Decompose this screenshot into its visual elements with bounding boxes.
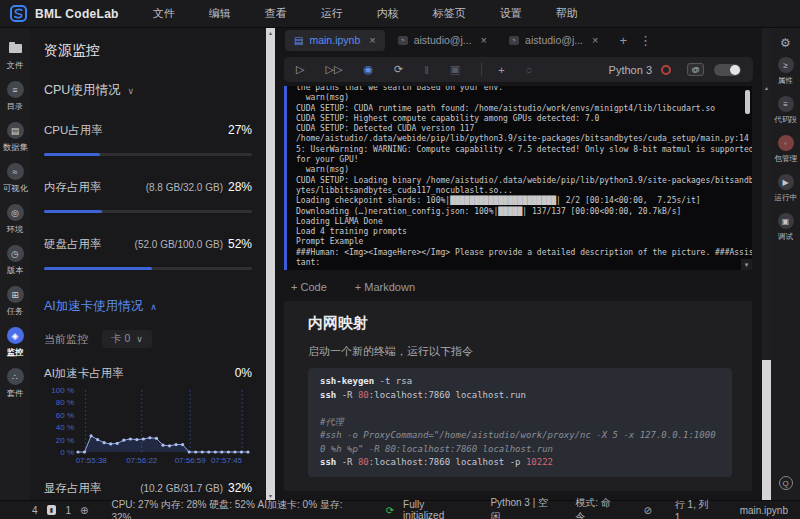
menu-item[interactable]: 运行 (321, 6, 343, 21)
metric-list: CPU占用率27%内存占用率(8.8 GB/32.0 GB)28%硬盘占用率(5… (44, 123, 252, 270)
sidebar-item-环境[interactable]: ◎环境 (6, 204, 24, 236)
code-line: #ssh -o ProxyCommand="/home/aistudio/wor… (320, 429, 720, 456)
new-tab-button[interactable]: + (619, 33, 627, 48)
close-icon[interactable]: × (369, 34, 375, 46)
editor-tab[interactable]: >aistudio@j...× (500, 30, 607, 51)
svg-text:07:56:59: 07:56:59 (175, 456, 207, 465)
sidebar-item-版本[interactable]: ◷版本 (6, 245, 24, 277)
console-output-cell[interactable]: the paths that we search based on your e… (284, 86, 752, 270)
sidebar-item-label: 版本 (7, 265, 24, 277)
toggle-switch[interactable] (714, 64, 741, 76)
notebook-area: ▤main.ipynb×>aistudio@j...×>aistudio@j..… (275, 28, 762, 500)
menu-item[interactable]: 查看 (265, 6, 287, 21)
kernel-status[interactable]: Python 3 | 空闲 (490, 496, 557, 519)
console-line: Load 4 training prompts (296, 227, 736, 237)
console-line: warn(msg) (296, 165, 736, 175)
progress-bar (44, 210, 252, 213)
metric-detail: (52.0 GB/100.0 GB) (135, 239, 223, 250)
kernel-count[interactable]: 1 (65, 505, 71, 516)
init-status: Fully initialized (403, 499, 467, 519)
menu-item[interactable]: 内核 (377, 6, 399, 21)
settings-gears-icon[interactable]: ⚙ (780, 36, 791, 50)
svg-text:07:57:45: 07:57:45 (211, 456, 243, 465)
svg-text:60 %: 60 % (56, 411, 74, 420)
save-icon[interactable]: ▣ (450, 63, 460, 76)
sidebar-item-label: 任务 (7, 306, 24, 318)
panel-title: 资源监控 (44, 42, 252, 60)
tab-menu-icon[interactable]: ⋮ (639, 33, 652, 48)
close-icon[interactable]: × (592, 34, 598, 46)
markdown-code-block: ssh-keygen -t rsassh -R 80:localhost:786… (308, 368, 732, 477)
notebook-icon: ▤ (294, 35, 303, 46)
sidebar-item-监控[interactable]: ◈监控 (6, 327, 24, 359)
cursor-position[interactable]: 行 1, 列 1 (675, 498, 717, 519)
console-scrollbar[interactable] (745, 90, 750, 114)
right-rail-item-label: 运行中 (774, 193, 797, 204)
at-badge-icon[interactable]: @ (687, 63, 704, 76)
help-search-icon[interactable]: Q (779, 476, 793, 490)
resource-usage-summary: CPU: 27% 内存: 28% 硬盘: 52% AI加速卡: 0% 显存: 3… (111, 498, 362, 519)
close-icon[interactable]: × (481, 34, 487, 46)
markdown-heading: 内网映射 (308, 314, 732, 333)
code-line: #代理 (320, 416, 720, 430)
add-code-button[interactable]: Code (291, 281, 327, 293)
run-all-icon[interactable]: ▷▷ (325, 63, 342, 76)
cpu-section-header[interactable]: CPU使用情况 ∨ (44, 82, 252, 99)
menu-item[interactable]: 标签页 (433, 6, 466, 21)
sidebar-item-可视化[interactable]: ≈可视化 (2, 163, 29, 195)
console-line: ###Human: <Img><ImageHere></Img> Please … (296, 248, 736, 258)
right-rail-item-label: 属性 (778, 76, 793, 87)
gpu-section-header[interactable]: AI加速卡使用情况 ∧ (44, 298, 252, 315)
console-line: Downloading (…)neration_config.json: 100… (296, 207, 736, 217)
left-activity-rail: 文件≡目录▤数据集≈可视化◎环境◷版本⊞任务◈监控∴套件 (0, 28, 30, 500)
sidebar-item-数据集[interactable]: ▤数据集 (2, 122, 29, 154)
sidebar-item-任务[interactable]: ⊞任务 (6, 286, 24, 318)
progress-bar (44, 267, 252, 270)
notebook-scrollbar[interactable]: ▴ (762, 28, 771, 500)
console-line: 5: UserWarning: WARNING: Compute capabil… (296, 145, 736, 155)
right-rail-item-调试[interactable]: ▣调试 (777, 213, 794, 243)
sidebar-item-文件[interactable]: 文件 (6, 40, 24, 72)
metric-value: 52% (228, 237, 252, 251)
add-markdown-button[interactable]: Markdown (355, 281, 415, 293)
interrupt-icon[interactable]: ‖ (424, 64, 429, 76)
scroll-up-icon[interactable]: ▴ (762, 84, 771, 91)
right-rail-item-属性[interactable]: ≥属性 (777, 57, 794, 87)
terminal-count[interactable]: 4 (32, 505, 38, 516)
menu-item[interactable]: 设置 (500, 6, 522, 21)
run-selected-icon[interactable]: ◉ (363, 63, 373, 76)
add-cell-icon[interactable]: + (498, 64, 504, 76)
sidebar-item-套件[interactable]: ∴套件 (6, 368, 24, 400)
vram-detail: (10.2 GB/31.7 GB) (140, 483, 223, 494)
menu-item[interactable]: 编辑 (209, 6, 231, 21)
terminal-icon: ▮ (47, 505, 57, 515)
notifications-off-icon[interactable]: ⊘ (643, 505, 651, 516)
sidebar-item-label: 目录 (7, 101, 24, 113)
gpu-usage-chart: 100 %80 %60 %40 %20 %0 %07:55:3807:56:22… (44, 385, 252, 473)
panel-scrollbar[interactable]: ▴ ▾ (266, 28, 275, 500)
metric-row: CPU占用率27% (44, 123, 252, 138)
menu-item[interactable]: 帮助 (556, 6, 578, 21)
running-icon: ▶ (778, 174, 794, 190)
run-icon[interactable]: ▷ (296, 63, 304, 76)
notebook-scrollbar-thumb[interactable] (762, 360, 771, 500)
sidebar-item-label: 数据集 (3, 142, 28, 154)
markdown-cell[interactable]: 内网映射 启动一个新的终端，运行以下指令 ssh-keygen -t rsass… (284, 301, 752, 491)
right-rail-item-代码段[interactable]: ≡代码段 (773, 96, 799, 126)
console-line: Loading checkpoint shards: 100%|████████… (296, 196, 736, 206)
stop-icon[interactable]: ○ (526, 64, 533, 76)
mode-indicator[interactable]: 模式: 命令 (575, 496, 620, 519)
scroll-up-icon[interactable]: ▴ (266, 29, 275, 36)
menu-item[interactable]: 文件 (153, 6, 175, 21)
restart-kernel-icon[interactable]: ⟳ (394, 63, 403, 76)
console-line: CUDA SETUP: Loading binary /home/aistudi… (296, 176, 736, 186)
right-rail-item-运行中[interactable]: ▶运行中 (773, 174, 799, 204)
right-rail-item-包管理[interactable]: ◦包管理 (773, 135, 799, 165)
editor-tab[interactable]: ▤main.ipynb× (285, 30, 385, 51)
sidebar-item-目录[interactable]: ≡目录 (6, 81, 24, 113)
kernel-name-label[interactable]: Python 3 (609, 64, 652, 76)
editor-tab[interactable]: >aistudio@j...× (389, 30, 496, 51)
console-icon: > (509, 36, 519, 45)
gpu-card-select[interactable]: 卡 0 ∨ (102, 330, 152, 348)
scroll-down-icon[interactable]: ▾ (741, 259, 752, 270)
